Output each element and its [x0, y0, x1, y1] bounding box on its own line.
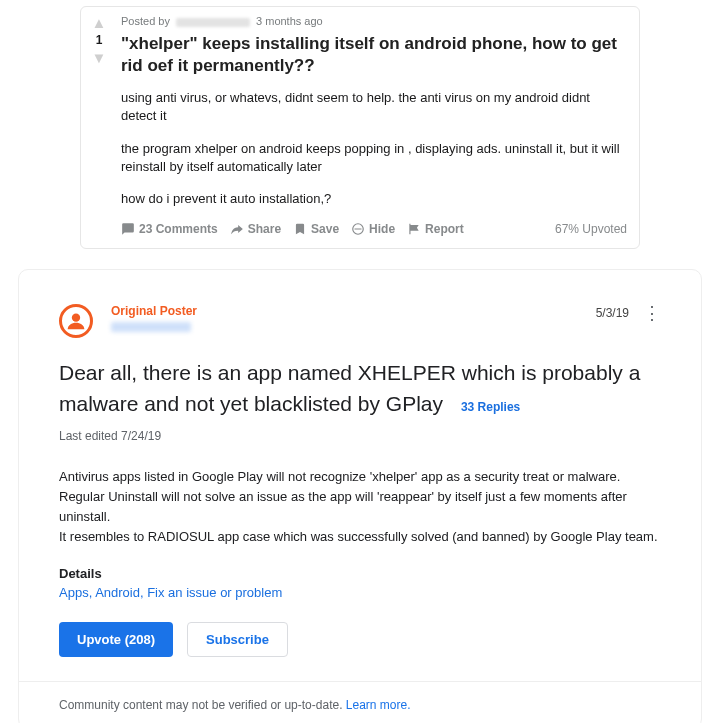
comments-label: 23 Comments: [139, 222, 218, 236]
post-meta: Posted by 3 months ago: [121, 15, 627, 27]
posted-time: 3 months ago: [256, 15, 323, 27]
post-actions: 23 Comments Share Save Hide Report 67% U…: [121, 222, 627, 236]
details-links[interactable]: Apps, Android, Fix an issue or problem: [59, 585, 661, 600]
reddit-post-card: ▲ 1 ▼ Posted by 3 months ago "xhelper" k…: [80, 6, 640, 249]
upvote-arrow-icon[interactable]: ▲: [81, 15, 117, 30]
more-menu-icon[interactable]: ⋮: [643, 304, 661, 322]
upvote-button[interactable]: Upvote (208): [59, 622, 173, 657]
comment-icon: [121, 222, 135, 236]
svg-point-0: [72, 314, 80, 322]
report-button[interactable]: Report: [407, 222, 464, 236]
gpost-body: Antivirus apps listed in Google Play wil…: [59, 467, 661, 548]
post-main: Posted by 3 months ago "xhelper" keeps i…: [117, 7, 639, 248]
share-icon: [230, 222, 244, 236]
hide-icon: [351, 222, 365, 236]
post-paragraph: the program xhelper on android keeps pop…: [121, 140, 627, 176]
downvote-arrow-icon[interactable]: ▼: [81, 50, 117, 65]
comments-button[interactable]: 23 Comments: [121, 222, 218, 236]
report-label: Report: [425, 222, 464, 236]
gpost-buttons: Upvote (208) Subscribe: [59, 622, 661, 657]
gpost-line: Regular Uninstall will not solve an issu…: [59, 487, 661, 527]
gpost-title-text: Dear all, there is an app named XHELPER …: [59, 361, 640, 414]
gpost-date: 5/3/19: [596, 306, 629, 320]
google-post-card: Original Poster 5/3/19 ⋮ Dear all, there…: [18, 269, 702, 723]
posted-by-prefix: Posted by: [121, 15, 170, 27]
save-label: Save: [311, 222, 339, 236]
gpost-line: It resembles to RADIOSUL app case which …: [59, 527, 661, 547]
gpost-footer: Community content may not be verified or…: [19, 681, 701, 723]
gpost-header: Original Poster 5/3/19 ⋮: [59, 304, 661, 338]
gpost-author-blurred: [111, 322, 191, 332]
bookmark-icon: [293, 222, 307, 236]
last-edited: Last edited 7/24/19: [59, 429, 661, 443]
post-paragraph: using anti virus, or whatevs, didnt seem…: [121, 89, 627, 125]
share-button[interactable]: Share: [230, 222, 281, 236]
vote-column: ▲ 1 ▼: [81, 7, 117, 248]
author-blurred: [176, 18, 250, 27]
hide-label: Hide: [369, 222, 395, 236]
vote-score: 1: [81, 33, 117, 47]
details-label: Details: [59, 566, 661, 581]
footer-text: Community content may not be verified or…: [59, 698, 346, 712]
save-button[interactable]: Save: [293, 222, 339, 236]
upvote-percent: 67% Upvoted: [555, 222, 627, 236]
post-body: using anti virus, or whatevs, didnt seem…: [121, 89, 627, 208]
post-paragraph: how do i prevent it auto installation,?: [121, 190, 627, 208]
learn-more-link[interactable]: Learn more.: [346, 698, 411, 712]
hide-button[interactable]: Hide: [351, 222, 395, 236]
replies-link[interactable]: 33 Replies: [461, 400, 520, 414]
share-label: Share: [248, 222, 281, 236]
person-icon: [66, 311, 86, 331]
gpost-line: Antivirus apps listed in Google Play wil…: [59, 467, 661, 487]
gpost-title: Dear all, there is an app named XHELPER …: [59, 358, 661, 419]
subscribe-button[interactable]: Subscribe: [187, 622, 288, 657]
avatar: [59, 304, 93, 338]
post-title[interactable]: "xhelper" keeps installing itself on and…: [121, 33, 627, 77]
original-poster-badge: Original Poster: [111, 304, 596, 318]
flag-icon: [407, 222, 421, 236]
